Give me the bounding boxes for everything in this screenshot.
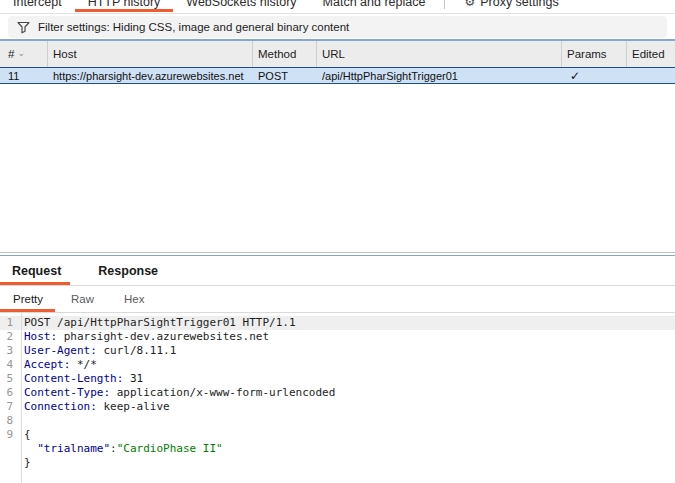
column-header-number-label: # [8,48,14,60]
tab-request[interactable]: Request [0,256,70,285]
request-line-text: User-Agent: curl/8.11.1 [16,344,176,358]
tab-intercept-label: Intercept [13,0,62,10]
tab-raw[interactable]: Raw [55,286,110,312]
text-segment: Content-Type: [24,386,110,399]
request-line: 2 Host: pharsight-dev.azurewebsites.net [0,330,675,344]
request-line-text: Content-Type: application/x-www-form-url… [16,386,335,400]
check-icon: ✓ [562,68,627,83]
text-segment: Content-Length: [24,372,123,385]
burp-proxy-window: Intercept HTTP history WebSockets histor… [0,0,675,483]
column-header-host[interactable]: Host [48,41,253,67]
text-segment: User-Agent: [24,344,97,357]
table-empty-area [0,84,675,252]
tab-proxy-settings-label: ⚙ Proxy settings [464,0,558,10]
tab-proxy-settings[interactable]: ⚙ Proxy settings [451,0,571,13]
text-segment: } [24,456,31,469]
request-line-text: Host: pharsight-dev.azurewebsites.net [16,330,269,344]
text-segment: curl/8.11.1 [97,344,176,357]
tabbar-divider [444,0,445,9]
text-segment: "CardioPhase II" [117,442,223,455]
text-segment: Connection: [24,400,97,413]
line-number: 9 [0,428,16,442]
tab-intercept[interactable]: Intercept [0,0,75,13]
text-segment: pharsight-dev.azurewebsites.net [57,330,269,343]
tab-http-history[interactable]: HTTP history [75,0,174,13]
funnel-icon [17,21,30,34]
text-segment: Accept: [24,358,70,371]
request-line-text: POST /api/HttpPharSightTrigger01 HTTP/1.… [16,316,296,330]
request-line: 6 Content-Type: application/x-www-form-u… [0,386,675,400]
column-header-method[interactable]: Method [253,41,317,67]
text-segment: POST /api/HttpPharSightTrigger01 HTTP/1.… [24,316,296,329]
tab-match-and-replace-label: Match and replace [323,0,426,10]
text-segment: */* [70,358,97,371]
request-line-text [16,414,24,428]
request-line: 5 Content-Length: 31 [0,372,675,386]
request-line-text: "trialname":"CardioPhase II" [16,442,223,456]
request-line: 3 User-Agent: curl/8.11.1 [0,344,675,358]
text-segment: 31 [123,372,143,385]
row-edited [627,68,675,83]
request-line-text: Connection: keep-alive [16,400,170,414]
text-segment: keep-alive [97,400,170,413]
request-line-text: Content-Length: 31 [16,372,143,386]
proxy-tab-bar: Intercept HTTP history WebSockets histor… [0,0,675,14]
tab-match-and-replace[interactable]: Match and replace [310,0,439,13]
http-history-table: # ⌄ Host Method URL Params Edited 11 htt… [0,39,675,84]
filter-settings-bar[interactable]: Filter settings: Hiding CSS, image and g… [8,16,667,38]
request-line: "trialname":"CardioPhase II" [0,442,675,456]
table-header-row: # ⌄ Host Method URL Params Edited [0,41,675,67]
text-segment: "trialname" [24,442,110,455]
chevron-down-icon: ⌄ [17,48,25,58]
filter-settings-text: Filter settings: Hiding CSS, image and g… [38,21,349,33]
gear-icon: ⚙ [464,0,475,10]
text-segment: : [110,442,117,455]
column-header-edited[interactable]: Edited [627,41,675,67]
line-number: 3 [0,344,16,358]
column-header-number[interactable]: # ⌄ [0,41,48,67]
line-number: 8 [0,414,16,428]
request-line-text: } [16,456,31,470]
tab-response[interactable]: Response [86,256,170,285]
line-number: 6 [0,386,16,400]
request-line: } [0,456,675,470]
tab-hex[interactable]: Hex [110,286,158,312]
row-url: /api/HttpPharSightTrigger01 [317,68,562,83]
tab-websockets-history[interactable]: WebSockets history [173,0,309,13]
line-number [0,442,16,456]
tab-pretty[interactable]: Pretty [0,286,55,312]
tab-websockets-history-label: WebSockets history [186,0,296,10]
view-mode-tabs: Pretty Raw Hex [0,286,675,313]
text-segment: application/x-www-form-urlencoded [110,386,335,399]
column-header-params[interactable]: Params [562,41,627,67]
column-header-url[interactable]: URL [317,41,562,67]
table-row[interactable]: 11 https://pharsight-dev.azurewebsites.n… [0,67,675,84]
request-line-text: { [16,428,31,442]
line-number: 1 [0,316,16,330]
row-number: 11 [0,68,48,83]
request-line: 4 Accept: */* [0,358,675,372]
line-number: 4 [0,358,16,372]
request-line-text: Accept: */* [16,358,97,372]
line-number: 7 [0,400,16,414]
request-editor[interactable]: 1 POST /api/HttpPharSightTrigger01 HTTP/… [0,313,675,483]
text-segment: { [24,428,31,441]
text-segment: Host: [24,330,57,343]
line-number: 5 [0,372,16,386]
request-line: 7 Connection: keep-alive [0,400,675,414]
request-line: 8 [0,414,675,428]
row-method: POST [253,68,317,83]
proxy-settings-text: Proxy settings [480,0,559,10]
message-editor-tabs: Request Response [0,256,675,286]
request-line: 1 POST /api/HttpPharSightTrigger01 HTTP/… [0,316,675,330]
row-host: https://pharsight-dev.azurewebsites.net [48,68,253,83]
line-number: 2 [0,330,16,344]
tab-http-history-label: HTTP history [88,0,161,10]
line-number [0,456,16,470]
request-line: 9 { [0,428,675,442]
